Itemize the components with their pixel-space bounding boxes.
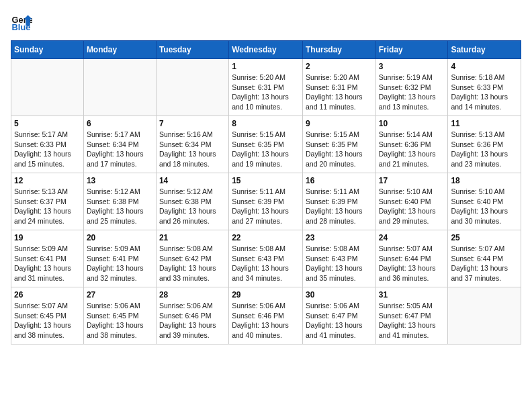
day-number: 7 (159, 119, 226, 128)
week-row-3: 12Sunrise: 5:13 AM Sunset: 6:37 PM Dayli… (11, 173, 521, 230)
day-number: 24 (379, 233, 445, 242)
calendar-cell: 6Sunrise: 5:17 AM Sunset: 6:34 PM Daylig… (83, 116, 156, 173)
week-row-2: 5Sunrise: 5:17 AM Sunset: 6:33 PM Daylig… (11, 116, 521, 173)
cell-info: Sunrise: 5:07 AM Sunset: 6:44 PM Dayligh… (379, 244, 445, 283)
day-number: 29 (232, 290, 300, 300)
day-header-saturday: Saturday (448, 41, 521, 59)
calendar-cell: 7Sunrise: 5:16 AM Sunset: 6:34 PM Daylig… (156, 116, 228, 173)
day-number: 31 (379, 290, 445, 300)
calendar-cell: 28Sunrise: 5:06 AM Sunset: 6:46 PM Dayli… (156, 287, 228, 345)
cell-info: Sunrise: 5:11 AM Sunset: 6:39 PM Dayligh… (306, 187, 373, 226)
calendar-cell: 9Sunrise: 5:15 AM Sunset: 6:35 PM Daylig… (302, 116, 375, 173)
day-number: 8 (232, 119, 300, 128)
calendar-cell: 3Sunrise: 5:19 AM Sunset: 6:32 PM Daylig… (375, 59, 448, 116)
day-number: 3 (379, 62, 445, 71)
day-number: 26 (14, 290, 81, 300)
calendar-cell (11, 59, 84, 116)
day-number: 23 (306, 233, 373, 242)
cell-info: Sunrise: 5:12 AM Sunset: 6:38 PM Dayligh… (87, 187, 153, 226)
day-number: 22 (232, 233, 300, 242)
cell-info: Sunrise: 5:20 AM Sunset: 6:31 PM Dayligh… (232, 73, 300, 112)
cell-info: Sunrise: 5:06 AM Sunset: 6:46 PM Dayligh… (232, 301, 300, 340)
day-header-friday: Friday (375, 41, 448, 59)
calendar-cell (156, 59, 228, 116)
cell-info: Sunrise: 5:06 AM Sunset: 6:47 PM Dayligh… (306, 301, 373, 340)
day-header-monday: Monday (83, 41, 156, 59)
day-number: 27 (87, 290, 153, 300)
day-number: 30 (306, 290, 373, 300)
day-number: 28 (159, 290, 226, 300)
calendar-cell: 15Sunrise: 5:11 AM Sunset: 6:39 PM Dayli… (229, 173, 303, 230)
day-header-sunday: Sunday (11, 41, 84, 59)
cell-info: Sunrise: 5:19 AM Sunset: 6:32 PM Dayligh… (379, 73, 445, 112)
day-number: 25 (451, 233, 518, 242)
day-number: 16 (306, 176, 373, 185)
calendar-cell: 23Sunrise: 5:08 AM Sunset: 6:43 PM Dayli… (302, 230, 375, 287)
logo: General Blue (11, 11, 38, 32)
day-number: 15 (232, 176, 300, 185)
calendar-cell: 8Sunrise: 5:15 AM Sunset: 6:35 PM Daylig… (229, 116, 303, 173)
calendar-cell: 21Sunrise: 5:08 AM Sunset: 6:42 PM Dayli… (156, 230, 228, 287)
logo-icon: General Blue (11, 11, 32, 32)
cell-info: Sunrise: 5:06 AM Sunset: 6:46 PM Dayligh… (159, 301, 226, 340)
day-number: 18 (451, 176, 518, 185)
calendar-cell: 17Sunrise: 5:10 AM Sunset: 6:40 PM Dayli… (375, 173, 448, 230)
cell-info: Sunrise: 5:14 AM Sunset: 6:36 PM Dayligh… (379, 130, 445, 169)
cell-info: Sunrise: 5:10 AM Sunset: 6:40 PM Dayligh… (379, 187, 445, 226)
calendar-cell: 2Sunrise: 5:20 AM Sunset: 6:31 PM Daylig… (302, 59, 375, 116)
cell-info: Sunrise: 5:06 AM Sunset: 6:45 PM Dayligh… (87, 301, 153, 340)
day-number: 10 (379, 119, 445, 128)
day-number: 19 (14, 233, 81, 242)
cell-info: Sunrise: 5:08 AM Sunset: 6:43 PM Dayligh… (306, 244, 373, 283)
cell-info: Sunrise: 5:10 AM Sunset: 6:40 PM Dayligh… (451, 187, 518, 226)
calendar-cell: 5Sunrise: 5:17 AM Sunset: 6:33 PM Daylig… (11, 116, 84, 173)
calendar-cell: 30Sunrise: 5:06 AM Sunset: 6:47 PM Dayli… (302, 287, 375, 345)
day-number: 14 (159, 176, 226, 185)
calendar-cell: 16Sunrise: 5:11 AM Sunset: 6:39 PM Dayli… (302, 173, 375, 230)
day-header-thursday: Thursday (302, 41, 375, 59)
day-number: 13 (87, 176, 153, 185)
week-row-1: 1Sunrise: 5:20 AM Sunset: 6:31 PM Daylig… (11, 59, 521, 116)
day-number: 5 (14, 119, 81, 128)
calendar-header-row: SundayMondayTuesdayWednesdayThursdayFrid… (11, 41, 521, 59)
cell-info: Sunrise: 5:13 AM Sunset: 6:37 PM Dayligh… (14, 187, 81, 226)
day-number: 20 (87, 233, 153, 242)
calendar-cell: 26Sunrise: 5:07 AM Sunset: 6:45 PM Dayli… (11, 287, 84, 345)
calendar-cell: 27Sunrise: 5:06 AM Sunset: 6:45 PM Dayli… (83, 287, 156, 345)
day-header-wednesday: Wednesday (229, 41, 303, 59)
calendar-cell: 24Sunrise: 5:07 AM Sunset: 6:44 PM Dayli… (375, 230, 448, 287)
calendar-cell: 13Sunrise: 5:12 AM Sunset: 6:38 PM Dayli… (83, 173, 156, 230)
day-number: 21 (159, 233, 226, 242)
calendar-cell: 12Sunrise: 5:13 AM Sunset: 6:37 PM Dayli… (11, 173, 84, 230)
cell-info: Sunrise: 5:08 AM Sunset: 6:42 PM Dayligh… (159, 244, 226, 283)
cell-info: Sunrise: 5:20 AM Sunset: 6:31 PM Dayligh… (306, 73, 373, 112)
cell-info: Sunrise: 5:09 AM Sunset: 6:41 PM Dayligh… (14, 244, 81, 283)
day-number: 17 (379, 176, 445, 185)
day-number: 1 (232, 62, 300, 71)
calendar-cell: 20Sunrise: 5:09 AM Sunset: 6:41 PM Dayli… (83, 230, 156, 287)
calendar-cell: 1Sunrise: 5:20 AM Sunset: 6:31 PM Daylig… (229, 59, 303, 116)
cell-info: Sunrise: 5:15 AM Sunset: 6:35 PM Dayligh… (232, 130, 300, 169)
cell-info: Sunrise: 5:17 AM Sunset: 6:34 PM Dayligh… (87, 130, 153, 169)
calendar-cell (83, 59, 156, 116)
cell-info: Sunrise: 5:05 AM Sunset: 6:47 PM Dayligh… (379, 301, 445, 340)
day-number: 11 (451, 119, 518, 128)
calendar-cell: 22Sunrise: 5:08 AM Sunset: 6:43 PM Dayli… (229, 230, 303, 287)
calendar-cell: 10Sunrise: 5:14 AM Sunset: 6:36 PM Dayli… (375, 116, 448, 173)
week-row-5: 26Sunrise: 5:07 AM Sunset: 6:45 PM Dayli… (11, 287, 521, 345)
cell-info: Sunrise: 5:08 AM Sunset: 6:43 PM Dayligh… (232, 244, 300, 283)
cell-info: Sunrise: 5:17 AM Sunset: 6:33 PM Dayligh… (14, 130, 81, 169)
cell-info: Sunrise: 5:11 AM Sunset: 6:39 PM Dayligh… (232, 187, 300, 226)
calendar-cell: 14Sunrise: 5:12 AM Sunset: 6:38 PM Dayli… (156, 173, 228, 230)
calendar-cell: 11Sunrise: 5:13 AM Sunset: 6:36 PM Dayli… (448, 116, 521, 173)
cell-info: Sunrise: 5:12 AM Sunset: 6:38 PM Dayligh… (159, 187, 226, 226)
cell-info: Sunrise: 5:09 AM Sunset: 6:41 PM Dayligh… (87, 244, 153, 283)
cell-info: Sunrise: 5:18 AM Sunset: 6:33 PM Dayligh… (451, 73, 518, 112)
cell-info: Sunrise: 5:16 AM Sunset: 6:34 PM Dayligh… (159, 130, 226, 169)
day-header-tuesday: Tuesday (156, 41, 228, 59)
day-number: 12 (14, 176, 81, 185)
cell-info: Sunrise: 5:07 AM Sunset: 6:44 PM Dayligh… (451, 244, 518, 283)
cell-info: Sunrise: 5:07 AM Sunset: 6:45 PM Dayligh… (14, 301, 81, 340)
day-number: 2 (306, 62, 373, 71)
calendar-cell: 4Sunrise: 5:18 AM Sunset: 6:33 PM Daylig… (448, 59, 521, 116)
